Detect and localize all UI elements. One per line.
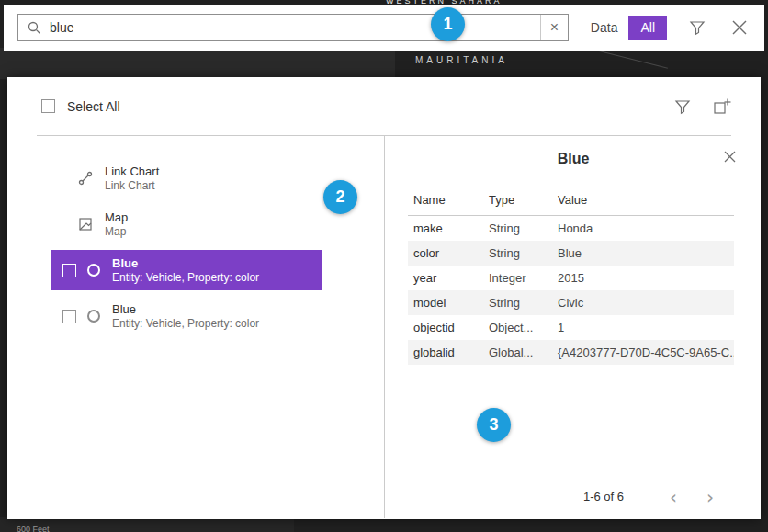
result-item-blue[interactable]: Blue Entity: Vehicle, Property: color: [51, 296, 322, 336]
result-title: Blue: [112, 303, 259, 315]
result-checkbox[interactable]: [62, 310, 76, 323]
column-header-value: Value: [552, 187, 734, 216]
attr-value: 2015: [552, 266, 734, 290]
result-subtitle: Link Chart: [105, 180, 159, 191]
filter-button[interactable]: [689, 19, 706, 36]
table-row: make String Honda: [408, 216, 734, 242]
pagination: 1-6 of 6 ‹ ›: [583, 490, 728, 504]
link-chart-icon: [78, 171, 93, 186]
add-selection-button[interactable]: [713, 97, 731, 116]
map-country-label: MAURITANIA: [415, 55, 508, 65]
close-search-button[interactable]: [729, 17, 750, 38]
scope-all-button[interactable]: All: [628, 16, 667, 40]
callout-badge-1: 1: [431, 7, 465, 41]
search-box: ×: [17, 14, 569, 41]
attr-name: model: [408, 290, 483, 315]
table-header-row: Name Type Value: [408, 187, 734, 216]
map-scale-label: 600 Feet: [17, 525, 50, 532]
search-toolbar: × Data All: [4, 5, 764, 51]
select-all-checkbox[interactable]: [41, 99, 55, 113]
attr-name: color: [408, 241, 483, 266]
result-subtitle: Entity: Vehicle, Property: color: [112, 272, 259, 283]
result-subtitle: Entity: Vehicle, Property: color: [112, 318, 259, 329]
attr-value: Blue: [552, 241, 734, 266]
attr-name: globalid: [408, 340, 483, 365]
results-body: Link Chart Link Chart Map Map: [7, 136, 761, 518]
result-title: Link Chart: [105, 165, 159, 177]
attr-type: Global...: [483, 340, 552, 365]
column-header-type: Type: [483, 187, 552, 216]
detail-panel: Blue Name Type Value m: [384, 136, 762, 518]
result-checkbox[interactable]: [62, 264, 76, 277]
attr-name: objectid: [408, 315, 483, 340]
column-header-name: Name: [408, 187, 483, 216]
result-item-map[interactable]: Map Map: [51, 204, 322, 244]
scope-toggle: Data All: [580, 16, 667, 40]
result-title: Blue: [112, 257, 259, 269]
filter-icon: [674, 98, 691, 115]
app-window: WESTERN SAHARA MAURITANIA 600 Feet × Dat…: [0, 0, 768, 532]
map-border-line: [596, 50, 668, 68]
result-title: Map: [105, 211, 128, 223]
table-row: globalid Global... {A4203777-D70D-4C5C-9…: [408, 340, 734, 365]
detail-title: Blue: [385, 151, 762, 167]
attr-type: Integer: [483, 266, 552, 290]
table-row: model String Civic: [408, 290, 734, 315]
scope-data-button[interactable]: Data: [580, 16, 629, 40]
result-item-blue-selected[interactable]: Blue Entity: Vehicle, Property: color: [51, 250, 322, 290]
callout-badge-2: 2: [323, 180, 357, 214]
result-item-link-chart[interactable]: Link Chart Link Chart: [51, 158, 322, 198]
entity-icon: [87, 264, 100, 277]
add-item-icon: [713, 97, 731, 116]
search-input[interactable]: [50, 15, 540, 40]
entity-icon: [87, 310, 100, 323]
attr-type: String: [483, 290, 552, 315]
table-row: year Integer 2015: [408, 266, 734, 290]
attr-name: year: [408, 266, 483, 290]
attr-type: String: [483, 216, 552, 242]
detail-close-button[interactable]: [722, 149, 738, 164]
map-icon: [78, 217, 93, 232]
map-terrain-shape: [0, 48, 395, 79]
attr-value: {A4203777-D70D-4C5C-9A65-C...: [552, 340, 734, 365]
attributes-table: Name Type Value make String Honda color: [408, 187, 734, 365]
result-subtitle: Map: [105, 226, 128, 237]
results-header: Select All: [37, 77, 731, 136]
attr-value: Honda: [552, 216, 734, 242]
next-page-button[interactable]: ›: [692, 491, 728, 504]
clear-icon: ×: [550, 19, 559, 36]
clear-search-button[interactable]: ×: [540, 15, 568, 40]
select-all-label: Select All: [67, 99, 120, 114]
table-row: objectid Object... 1: [408, 315, 734, 340]
attr-value: Civic: [552, 290, 734, 315]
page-range-label: 1-6 of 6: [583, 490, 624, 504]
filter-icon: [689, 19, 706, 36]
callout-badge-3: 3: [477, 408, 511, 442]
attr-value: 1: [552, 315, 734, 340]
results-header-actions: [674, 97, 731, 116]
table-row: color String Blue: [408, 241, 734, 266]
close-icon: [722, 149, 738, 164]
results-filter-button[interactable]: [674, 98, 691, 115]
close-icon: [729, 17, 750, 38]
attr-type: String: [483, 241, 552, 266]
attr-type: Object...: [483, 315, 552, 340]
search-results-panel: Select All Link Chart: [7, 77, 761, 519]
previous-page-button[interactable]: ‹: [655, 491, 692, 504]
search-icon: [27, 20, 41, 35]
attr-name: make: [408, 216, 483, 242]
